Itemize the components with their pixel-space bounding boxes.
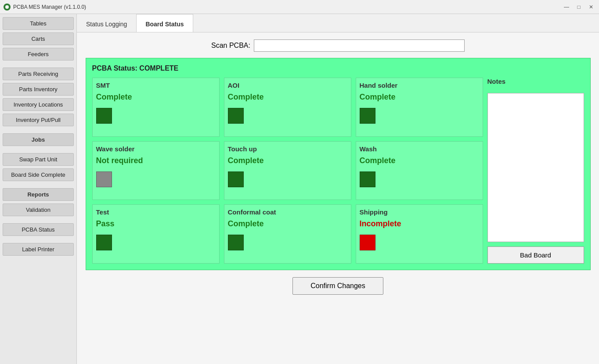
shipping-value: Incomplete: [360, 219, 401, 228]
conformal-coat-label: Conformal coat: [228, 208, 276, 216]
sidebar-item-reports[interactable]: Reports: [3, 188, 74, 201]
maximize-button[interactable]: □: [574, 3, 583, 11]
touch-up-indicator: [228, 171, 244, 187]
tab-status-logging[interactable]: Status Logging: [77, 16, 136, 32]
wash-label: Wash: [360, 145, 377, 153]
touch-up-label: Touch up: [228, 145, 257, 153]
status-panel: PCBA Status: COMPLETE SMT Complete AOI C…: [86, 58, 591, 270]
aoi-value: Complete: [228, 93, 264, 102]
title-bar: PCBA MES Manager (v1.1.0.0) — □ ✕: [0, 0, 599, 14]
smt-indicator: [96, 108, 112, 124]
hand-solder-label: Hand solder: [360, 82, 398, 89]
scan-input[interactable]: [254, 39, 465, 52]
confirm-row: Confirm Changes: [292, 277, 383, 295]
sidebar-item-validation[interactable]: Validation: [3, 203, 74, 216]
status-cell-hand-solder[interactable]: Hand solder Complete: [356, 78, 483, 137]
sidebar-item-parts-inventory[interactable]: Parts Inventory: [3, 83, 74, 96]
hand-solder-indicator: [360, 108, 375, 124]
sidebar-item-feeders[interactable]: Feeders: [3, 48, 74, 61]
status-cell-touch-up[interactable]: Touch up Complete: [224, 141, 351, 200]
status-cell-test[interactable]: Test Pass: [92, 204, 220, 264]
app-icon: [4, 4, 11, 11]
sidebar: Tables Carts Feeders Parts Receiving Par…: [0, 14, 77, 364]
hand-solder-value: Complete: [360, 93, 396, 102]
wave-solder-label: Wave solder: [96, 145, 135, 153]
status-header: PCBA Status: COMPLETE: [92, 64, 584, 72]
wave-solder-indicator: [96, 171, 112, 187]
sidebar-item-tables[interactable]: Tables: [3, 17, 74, 30]
board-status-grid: SMT Complete AOI Complete Hand solder Co…: [92, 78, 584, 264]
app-title: PCBA MES Manager (v1.1.0.0): [13, 4, 562, 10]
window-controls: — □ ✕: [562, 3, 595, 11]
sidebar-item-swap-part-unit[interactable]: Swap Part Unit: [3, 153, 74, 166]
sidebar-item-pcba-status[interactable]: PCBA Status: [3, 223, 74, 236]
sidebar-item-inventory-locations[interactable]: Inventory Locations: [3, 98, 74, 111]
status-cell-conformal-coat[interactable]: Conformal coat Complete: [224, 204, 351, 264]
test-value: Pass: [96, 219, 115, 228]
aoi-label: AOI: [228, 82, 240, 89]
notes-textarea[interactable]: [487, 93, 584, 242]
conformal-coat-indicator: [228, 235, 244, 250]
bad-board-button[interactable]: Bad Board: [487, 246, 584, 264]
smt-label: SMT: [96, 82, 110, 89]
test-indicator: [96, 235, 112, 250]
scan-row: Scan PCBA:: [211, 39, 465, 52]
sidebar-item-jobs[interactable]: Jobs: [3, 133, 74, 146]
touch-up-value: Complete: [228, 156, 264, 165]
status-cell-wave-solder[interactable]: Wave solder Not required: [92, 141, 220, 200]
sidebar-item-parts-receiving[interactable]: Parts Receiving: [3, 68, 74, 80]
scan-label: Scan PCBA:: [211, 42, 250, 50]
smt-value: Complete: [96, 93, 132, 102]
sidebar-item-inventory-put-pull[interactable]: Inventory Put/Pull: [3, 114, 74, 126]
tab-bar: Status Logging Board Status: [77, 14, 599, 32]
status-cell-smt[interactable]: SMT Complete: [92, 78, 220, 137]
status-cell-aoi[interactable]: AOI Complete: [224, 78, 351, 137]
notes-column: Notes Bad Board: [487, 78, 584, 264]
wash-value: Complete: [360, 156, 396, 165]
svg-point-0: [5, 5, 9, 9]
sidebar-item-label-printer[interactable]: Label Printer: [3, 243, 74, 256]
aoi-indicator: [228, 108, 244, 124]
minimize-button[interactable]: —: [562, 3, 571, 11]
content-area: Status Logging Board Status Scan PCBA: P…: [77, 14, 599, 364]
sidebar-item-board-side-complete[interactable]: Board Side Complete: [3, 168, 74, 181]
tab-board-status[interactable]: Board Status: [136, 14, 193, 32]
sidebar-item-carts[interactable]: Carts: [3, 32, 74, 45]
confirm-button[interactable]: Confirm Changes: [292, 277, 383, 295]
shipping-label: Shipping: [360, 208, 388, 216]
close-button[interactable]: ✕: [587, 3, 595, 11]
conformal-coat-value: Complete: [228, 219, 264, 228]
shipping-indicator: [360, 235, 375, 250]
status-cell-wash[interactable]: Wash Complete: [356, 141, 483, 200]
status-cell-shipping[interactable]: Shipping Incomplete: [356, 204, 483, 264]
wash-indicator: [360, 171, 375, 187]
notes-label: Notes: [487, 78, 584, 85]
test-label: Test: [96, 208, 109, 216]
wave-solder-value: Not required: [96, 156, 143, 165]
main-content: Scan PCBA: PCBA Status: COMPLETE SMT Com…: [77, 32, 599, 364]
